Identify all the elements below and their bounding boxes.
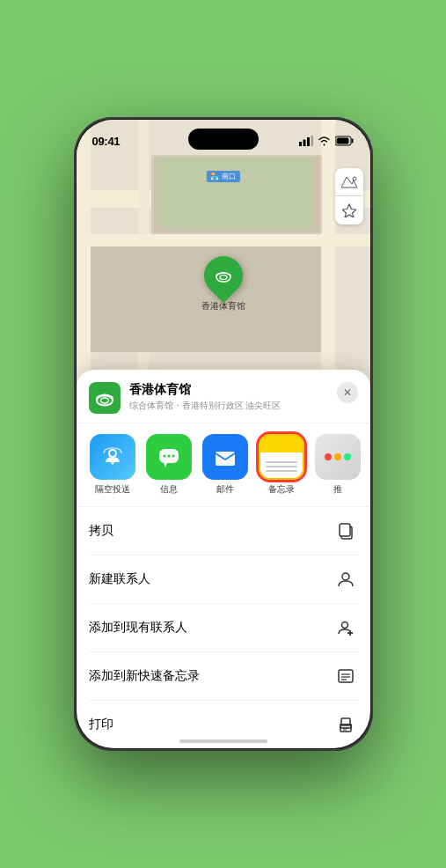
notes-line-2 xyxy=(266,466,297,467)
svg-rect-30 xyxy=(339,670,353,682)
copy-icon xyxy=(333,519,358,543)
action-new-contact[interactable]: 新建联系人 xyxy=(89,555,358,604)
messages-icon xyxy=(146,434,192,480)
place-icon xyxy=(89,382,121,414)
share-item-messages[interactable]: 信息 xyxy=(145,434,193,496)
close-button[interactable]: ✕ xyxy=(337,382,358,403)
svg-point-27 xyxy=(341,622,347,629)
svg-rect-3 xyxy=(311,136,313,146)
map-label-text: 🏪 南口 xyxy=(210,173,235,180)
phone-frame: 09:41 xyxy=(74,117,373,751)
svg-point-8 xyxy=(353,177,356,180)
share-item-airdrop[interactable]: 隔空投送 xyxy=(89,434,136,496)
messages-label: 信息 xyxy=(160,483,178,496)
svg-point-21 xyxy=(167,455,170,458)
share-row: 隔空投送 信息 xyxy=(77,423,370,507)
mail-icon xyxy=(202,434,248,480)
action-add-existing[interactable]: 添加到现有联系人 xyxy=(89,604,358,652)
location-pin: 香港体育馆 xyxy=(201,256,245,313)
svg-rect-2 xyxy=(307,137,310,146)
svg-point-10 xyxy=(220,276,227,280)
notes-label: 备忘录 xyxy=(268,483,295,496)
svg-rect-23 xyxy=(216,452,235,466)
pin-marker xyxy=(195,248,250,303)
svg-rect-0 xyxy=(299,142,302,146)
print-label: 打印 xyxy=(89,717,113,732)
dot-yellow xyxy=(334,453,341,460)
more-label: 推 xyxy=(333,483,342,496)
svg-rect-36 xyxy=(340,725,351,728)
notes-line-3 xyxy=(266,470,297,472)
copy-label: 拷贝 xyxy=(89,523,113,539)
svg-point-26 xyxy=(342,573,349,580)
dot-green xyxy=(344,453,351,460)
add-notes-label: 添加到新快速备忘录 xyxy=(89,668,200,684)
close-icon: ✕ xyxy=(343,386,352,399)
notes-line-1 xyxy=(266,461,297,463)
place-header: 香港体育馆 综合体育馆・香港特别行政区 油尖旺区 ✕ xyxy=(77,370,370,423)
bottom-sheet: 香港体育馆 综合体育馆・香港特别行政区 油尖旺区 ✕ xyxy=(77,370,370,748)
share-item-notes[interactable]: 备忘录 xyxy=(258,434,305,496)
wifi-icon xyxy=(318,136,331,146)
share-item-mail[interactable]: 邮件 xyxy=(201,434,249,496)
action-copy[interactable]: 拷贝 xyxy=(89,507,358,555)
person-icon xyxy=(333,567,358,592)
battery-icon xyxy=(335,136,355,146)
action-list: 拷贝 新建联系人 xyxy=(77,507,370,748)
svg-point-22 xyxy=(172,455,174,458)
map-controls[interactable] xyxy=(335,168,363,224)
add-existing-label: 添加到现有联系人 xyxy=(89,620,187,636)
airdrop-label: 隔空投送 xyxy=(95,483,130,496)
svg-marker-7 xyxy=(341,177,357,188)
svg-rect-1 xyxy=(303,140,305,147)
share-item-more[interactable]: 推 xyxy=(314,434,362,496)
phone-inner: 09:41 xyxy=(77,120,370,748)
svg-point-13 xyxy=(97,396,113,406)
signal-icon xyxy=(299,136,313,146)
action-add-notes[interactable]: 添加到新快速备忘录 xyxy=(89,652,358,701)
location-button[interactable] xyxy=(335,196,363,224)
print-icon xyxy=(333,712,358,737)
note-icon xyxy=(333,664,358,688)
svg-rect-25 xyxy=(340,524,350,536)
place-subtitle: 综合体育馆・香港特别行政区 油尖旺区 xyxy=(129,400,337,412)
status-icons xyxy=(299,136,355,146)
status-time: 09:41 xyxy=(92,135,121,148)
svg-rect-6 xyxy=(336,138,348,144)
airdrop-icon xyxy=(90,434,135,480)
dot-red xyxy=(325,453,332,460)
dynamic-island xyxy=(188,129,259,150)
person-add-icon xyxy=(333,615,358,640)
svg-rect-5 xyxy=(351,139,353,143)
home-indicator xyxy=(179,739,267,743)
svg-marker-19 xyxy=(164,463,167,467)
notes-lines xyxy=(266,461,297,474)
place-name: 香港体育馆 xyxy=(129,382,337,398)
notes-icon xyxy=(259,434,304,480)
svg-point-17 xyxy=(109,450,116,457)
svg-point-20 xyxy=(163,455,165,458)
more-icon xyxy=(315,434,361,480)
map-type-button[interactable] xyxy=(335,168,363,196)
place-info: 香港体育馆 综合体育馆・香港特别行政区 油尖旺区 xyxy=(129,382,337,412)
new-contact-label: 新建联系人 xyxy=(89,571,150,587)
map-label: 🏪 南口 xyxy=(206,171,239,182)
pin-icon xyxy=(210,262,237,289)
svg-point-14 xyxy=(100,398,108,403)
mail-label: 邮件 xyxy=(216,483,234,496)
